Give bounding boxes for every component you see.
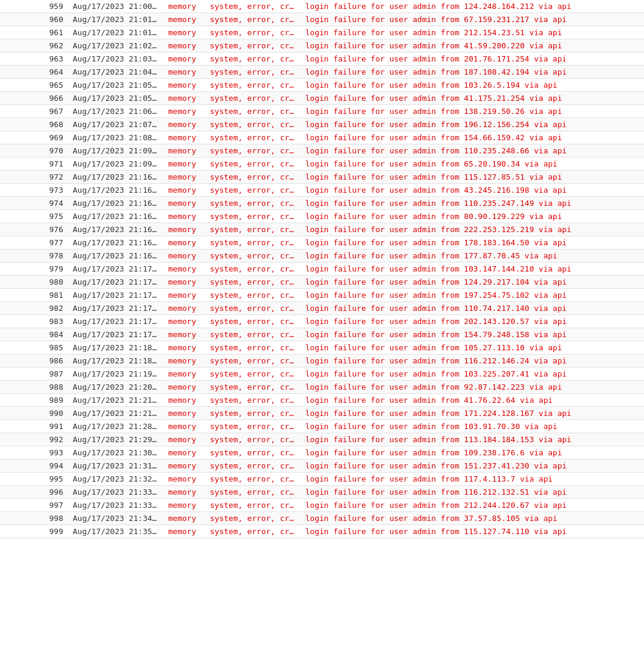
table-row[interactable]: 960 Aug/17/2023 21:01:11 memory system, … (0, 13, 644, 26)
row-action[interactable] (627, 368, 644, 381)
row-action[interactable] (627, 53, 644, 66)
row-action[interactable] (627, 381, 644, 394)
row-source: memory (165, 407, 206, 420)
row-action[interactable] (627, 315, 644, 328)
table-row[interactable]: 998 Aug/17/2023 21:34:48 memory system, … (0, 512, 644, 525)
row-action[interactable] (627, 354, 644, 368)
row-action[interactable] (627, 210, 644, 223)
table-row[interactable]: 978 Aug/17/2023 21:16:52 memory system, … (0, 249, 644, 263)
table-row[interactable]: 972 Aug/17/2023 21:16:11 memory system, … (0, 171, 644, 184)
table-row[interactable]: 999 Aug/17/2023 21:35:38 memory system, … (0, 525, 644, 538)
row-action[interactable] (627, 92, 644, 105)
expand-col-2 (17, 368, 33, 381)
table-row[interactable]: 985 Aug/17/2023 21:18:09 memory system, … (0, 341, 644, 354)
row-number: 997 (33, 499, 69, 512)
row-action[interactable] (627, 13, 644, 26)
table-row[interactable]: 963 Aug/17/2023 21:03:28 memory system, … (0, 53, 644, 66)
row-number: 960 (33, 13, 69, 26)
row-source: memory (165, 433, 206, 446)
row-action[interactable] (627, 433, 644, 446)
table-row[interactable]: 991 Aug/17/2023 21:28:50 memory system, … (0, 420, 644, 433)
table-row[interactable]: 966 Aug/17/2023 21:05:50 memory system, … (0, 92, 644, 105)
row-action[interactable] (627, 39, 644, 53)
table-row[interactable]: 959 Aug/17/2023 21:00:27 memory system, … (0, 0, 644, 13)
expand-col-2 (17, 223, 33, 236)
row-action[interactable] (627, 407, 644, 420)
row-action[interactable] (627, 420, 644, 433)
expand-col-1 (0, 92, 17, 105)
table-row[interactable]: 976 Aug/17/2023 21:16:40 memory system, … (0, 223, 644, 236)
table-row[interactable]: 977 Aug/17/2023 21:16:45 memory system, … (0, 236, 644, 249)
expand-col-2 (17, 407, 33, 420)
row-message: login failure for user admin from 110.23… (302, 197, 627, 210)
row-action[interactable] (627, 26, 644, 39)
table-row[interactable]: 993 Aug/17/2023 21:30:41 memory system, … (0, 446, 644, 459)
row-action[interactable] (627, 328, 644, 341)
row-action[interactable] (627, 289, 644, 302)
table-row[interactable]: 989 Aug/17/2023 21:21:12 memory system, … (0, 394, 644, 407)
row-action[interactable] (627, 525, 644, 538)
row-action[interactable] (627, 184, 644, 197)
row-action[interactable] (627, 131, 644, 144)
table-row[interactable]: 996 Aug/17/2023 21:33:06 memory system, … (0, 486, 644, 499)
table-row[interactable]: 979 Aug/17/2023 21:17:03 memory system, … (0, 263, 644, 276)
expand-col-2 (17, 118, 33, 131)
table-row[interactable]: 974 Aug/17/2023 21:16:28 memory system, … (0, 197, 644, 210)
row-number: 996 (33, 486, 69, 499)
table-row[interactable]: 965 Aug/17/2023 21:05:01 memory system, … (0, 79, 644, 92)
row-action[interactable] (627, 144, 644, 158)
row-action[interactable] (627, 276, 644, 289)
row-action[interactable] (627, 473, 644, 486)
row-date: Aug/17/2023 21:16:21 (69, 184, 165, 197)
table-row[interactable]: 975 Aug/17/2023 21:16:32 memory system, … (0, 210, 644, 223)
row-action[interactable] (627, 341, 644, 354)
row-action[interactable] (627, 302, 644, 315)
row-action[interactable] (627, 512, 644, 525)
table-row[interactable]: 992 Aug/17/2023 21:29:49 memory system, … (0, 433, 644, 446)
table-row[interactable]: 986 Aug/17/2023 21:18:45 memory system, … (0, 354, 644, 368)
table-row[interactable]: 997 Aug/17/2023 21:33:55 memory system, … (0, 499, 644, 512)
table-row[interactable]: 980 Aug/17/2023 21:17:12 memory system, … (0, 276, 644, 289)
row-action[interactable] (627, 158, 644, 171)
row-action[interactable] (627, 79, 644, 92)
table-row[interactable]: 967 Aug/17/2023 21:06:38 memory system, … (0, 105, 644, 118)
row-action[interactable] (627, 0, 644, 13)
table-row[interactable]: 984 Aug/17/2023 21:17:48 memory system, … (0, 328, 644, 341)
row-date: Aug/17/2023 21:06:38 (69, 105, 165, 118)
table-row[interactable]: 995 Aug/17/2023 21:32:17 memory system, … (0, 473, 644, 486)
table-row[interactable]: 969 Aug/17/2023 21:08:12 memory system, … (0, 131, 644, 144)
row-action[interactable] (627, 446, 644, 459)
table-row[interactable]: 971 Aug/17/2023 21:09:51 memory system, … (0, 158, 644, 171)
table-row[interactable]: 973 Aug/17/2023 21:16:21 memory system, … (0, 184, 644, 197)
row-action[interactable] (627, 249, 644, 263)
expand-col-2 (17, 276, 33, 289)
row-action[interactable] (627, 66, 644, 79)
expand-col-1 (0, 328, 17, 341)
row-action[interactable] (627, 499, 644, 512)
table-row[interactable]: 987 Aug/17/2023 21:19:36 memory system, … (0, 368, 644, 381)
table-row[interactable]: 970 Aug/17/2023 21:09:01 memory system, … (0, 144, 644, 158)
table-row[interactable]: 981 Aug/17/2023 21:17:17 memory system, … (0, 289, 644, 302)
row-action[interactable] (627, 197, 644, 210)
row-action[interactable] (627, 105, 644, 118)
row-message: login failure for user admin from 41.175… (302, 92, 627, 105)
row-action[interactable] (627, 223, 644, 236)
table-row[interactable]: 994 Aug/17/2023 21:31:31 memory system, … (0, 459, 644, 473)
table-row[interactable]: 983 Aug/17/2023 21:17:34 memory system, … (0, 315, 644, 328)
row-action[interactable] (627, 394, 644, 407)
row-action[interactable] (627, 236, 644, 249)
row-action[interactable] (627, 171, 644, 184)
table-row[interactable]: 961 Aug/17/2023 21:01:55 memory system, … (0, 26, 644, 39)
row-action[interactable] (627, 263, 644, 276)
row-source: memory (165, 131, 206, 144)
table-row[interactable]: 982 Aug/17/2023 21:17:23 memory system, … (0, 302, 644, 315)
table-row[interactable]: 962 Aug/17/2023 21:02:42 memory system, … (0, 39, 644, 53)
row-action[interactable] (627, 459, 644, 473)
table-row[interactable]: 968 Aug/17/2023 21:07:25 memory system, … (0, 118, 644, 131)
table-row[interactable]: 990 Aug/17/2023 21:21:59 memory system, … (0, 407, 644, 420)
row-action[interactable] (627, 486, 644, 499)
table-row[interactable]: 964 Aug/17/2023 21:04:15 memory system, … (0, 66, 644, 79)
row-message: login failure for user admin from 212.24… (302, 499, 627, 512)
row-action[interactable] (627, 118, 644, 131)
table-row[interactable]: 988 Aug/17/2023 21:20:25 memory system, … (0, 381, 644, 394)
